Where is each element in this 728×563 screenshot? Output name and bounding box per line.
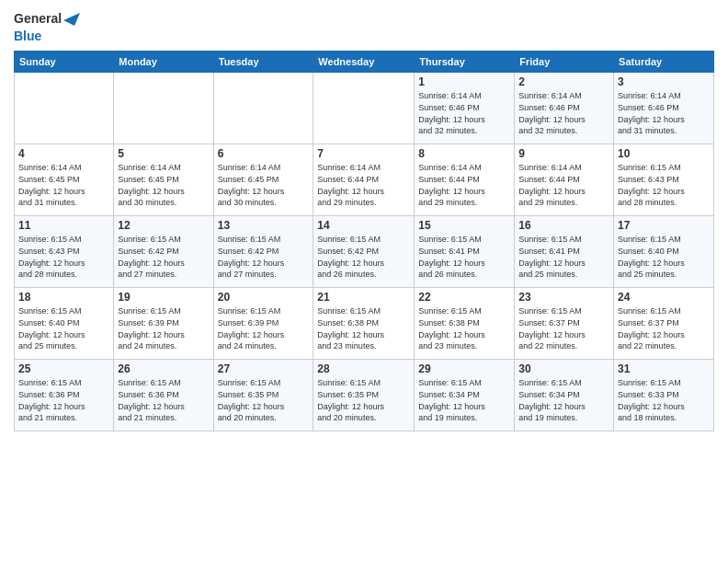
week-row-3: 11Sunrise: 6:15 AM Sunset: 6:43 PM Dayli… [15,216,714,288]
day-number: 24 [618,291,710,304]
day-info: Sunrise: 6:15 AM Sunset: 6:33 PM Dayligh… [618,377,710,423]
header-friday: Friday [515,52,614,73]
cell-week4-day6: 24Sunrise: 6:15 AM Sunset: 6:37 PM Dayli… [614,288,714,360]
day-number: 11 [18,219,109,232]
header-monday: Monday [114,52,213,73]
cell-week5-day3: 28Sunrise: 6:15 AM Sunset: 6:35 PM Dayli… [313,360,415,431]
logo-bird-icon [63,9,80,29]
week-row-1: 1Sunrise: 6:14 AM Sunset: 6:46 PM Daylig… [15,73,714,144]
header-saturday: Saturday [614,52,714,73]
cell-week5-day5: 30Sunrise: 6:15 AM Sunset: 6:34 PM Dayli… [515,360,614,431]
day-number: 19 [118,291,209,304]
cell-week4-day3: 21Sunrise: 6:15 AM Sunset: 6:38 PM Dayli… [313,288,415,360]
day-info: Sunrise: 6:15 AM Sunset: 6:39 PM Dayligh… [218,305,310,351]
day-number: 5 [118,147,209,160]
day-info: Sunrise: 6:15 AM Sunset: 6:40 PM Dayligh… [18,305,109,351]
cell-week3-day1: 12Sunrise: 6:15 AM Sunset: 6:42 PM Dayli… [114,216,213,288]
header-sunday: Sunday [15,52,114,73]
cell-week2-day0: 4Sunrise: 6:14 AM Sunset: 6:45 PM Daylig… [15,144,114,216]
day-info: Sunrise: 6:14 AM Sunset: 6:45 PM Dayligh… [118,162,209,208]
cell-week4-day1: 19Sunrise: 6:15 AM Sunset: 6:39 PM Dayli… [114,288,213,360]
day-info: Sunrise: 6:15 AM Sunset: 6:36 PM Dayligh… [18,377,109,423]
day-info: Sunrise: 6:15 AM Sunset: 6:43 PM Dayligh… [18,234,109,280]
day-info: Sunrise: 6:15 AM Sunset: 6:34 PM Dayligh… [418,377,510,423]
day-number: 12 [118,219,209,232]
cell-week1-day6: 3Sunrise: 6:14 AM Sunset: 6:46 PM Daylig… [614,73,714,144]
day-info: Sunrise: 6:15 AM Sunset: 6:36 PM Dayligh… [118,377,209,423]
cell-week2-day1: 5Sunrise: 6:14 AM Sunset: 6:45 PM Daylig… [114,144,213,216]
day-info: Sunrise: 6:15 AM Sunset: 6:40 PM Dayligh… [618,234,710,280]
cell-week3-day4: 15Sunrise: 6:15 AM Sunset: 6:41 PM Dayli… [415,216,515,288]
cell-week1-day5: 2Sunrise: 6:14 AM Sunset: 6:46 PM Daylig… [515,73,614,144]
day-info: Sunrise: 6:14 AM Sunset: 6:45 PM Dayligh… [18,162,109,208]
cell-week5-day6: 31Sunrise: 6:15 AM Sunset: 6:33 PM Dayli… [614,360,714,431]
day-info: Sunrise: 6:14 AM Sunset: 6:45 PM Dayligh… [218,162,310,208]
day-number: 14 [317,219,410,232]
day-info: Sunrise: 6:15 AM Sunset: 6:41 PM Dayligh… [418,234,510,280]
week-row-5: 25Sunrise: 6:15 AM Sunset: 6:36 PM Dayli… [15,360,714,431]
day-number: 17 [618,219,710,232]
day-number: 23 [518,291,609,304]
day-info: Sunrise: 6:15 AM Sunset: 6:42 PM Dayligh… [118,234,209,280]
day-number: 4 [18,147,109,160]
cell-week1-day1 [114,73,213,144]
day-info: Sunrise: 6:14 AM Sunset: 6:46 PM Dayligh… [618,90,710,136]
cell-week4-day4: 22Sunrise: 6:15 AM Sunset: 6:38 PM Dayli… [415,288,515,360]
day-info: Sunrise: 6:15 AM Sunset: 6:38 PM Dayligh… [418,305,510,351]
cell-week1-day2 [213,73,313,144]
cell-week2-day2: 6Sunrise: 6:14 AM Sunset: 6:45 PM Daylig… [213,144,313,216]
header-wednesday: Wednesday [313,52,415,73]
svg-marker-0 [63,13,80,26]
day-info: Sunrise: 6:15 AM Sunset: 6:34 PM Dayligh… [518,377,609,423]
cell-week4-day0: 18Sunrise: 6:15 AM Sunset: 6:40 PM Dayli… [15,288,114,360]
cell-week3-day6: 17Sunrise: 6:15 AM Sunset: 6:40 PM Dayli… [614,216,714,288]
day-info: Sunrise: 6:15 AM Sunset: 6:37 PM Dayligh… [518,305,609,351]
cell-week5-day2: 27Sunrise: 6:15 AM Sunset: 6:35 PM Dayli… [213,360,313,431]
header-row: SundayMondayTuesdayWednesdayThursdayFrid… [15,52,714,73]
cell-week5-day4: 29Sunrise: 6:15 AM Sunset: 6:34 PM Dayli… [415,360,515,431]
day-number: 30 [518,362,609,375]
day-number: 10 [618,147,710,160]
day-number: 20 [218,291,310,304]
day-info: Sunrise: 6:15 AM Sunset: 6:35 PM Dayligh… [317,377,410,423]
cell-week4-day5: 23Sunrise: 6:15 AM Sunset: 6:37 PM Dayli… [515,288,614,360]
cell-week2-day4: 8Sunrise: 6:14 AM Sunset: 6:44 PM Daylig… [415,144,515,216]
cell-week3-day5: 16Sunrise: 6:15 AM Sunset: 6:41 PM Dayli… [515,216,614,288]
cell-week2-day6: 10Sunrise: 6:15 AM Sunset: 6:43 PM Dayli… [614,144,714,216]
day-number: 1 [418,75,510,88]
logo-general: General [14,12,62,26]
logo-blue: Blue [14,29,80,43]
page-container: General Blue SundayMondayTuesdayWednesda… [0,0,728,441]
day-info: Sunrise: 6:14 AM Sunset: 6:44 PM Dayligh… [518,162,609,208]
header: General Blue [14,9,714,43]
cell-week2-day3: 7Sunrise: 6:14 AM Sunset: 6:44 PM Daylig… [313,144,415,216]
cell-week1-day3 [313,73,415,144]
day-info: Sunrise: 6:15 AM Sunset: 6:43 PM Dayligh… [618,162,710,208]
cell-week3-day3: 14Sunrise: 6:15 AM Sunset: 6:42 PM Dayli… [313,216,415,288]
day-number: 9 [518,147,609,160]
day-number: 7 [317,147,410,160]
day-number: 6 [218,147,310,160]
cell-week5-day1: 26Sunrise: 6:15 AM Sunset: 6:36 PM Dayli… [114,360,213,431]
day-info: Sunrise: 6:15 AM Sunset: 6:39 PM Dayligh… [118,305,209,351]
day-number: 27 [218,362,310,375]
day-info: Sunrise: 6:14 AM Sunset: 6:44 PM Dayligh… [317,162,410,208]
day-info: Sunrise: 6:14 AM Sunset: 6:44 PM Dayligh… [418,162,510,208]
logo: General Blue [14,9,80,43]
header-tuesday: Tuesday [213,52,313,73]
week-row-4: 18Sunrise: 6:15 AM Sunset: 6:40 PM Dayli… [15,288,714,360]
day-number: 29 [418,362,510,375]
day-info: Sunrise: 6:15 AM Sunset: 6:37 PM Dayligh… [618,305,710,351]
day-number: 13 [218,219,310,232]
day-info: Sunrise: 6:15 AM Sunset: 6:42 PM Dayligh… [317,234,410,280]
day-number: 31 [618,362,710,375]
day-number: 28 [317,362,410,375]
day-number: 2 [518,75,609,88]
day-number: 26 [118,362,209,375]
week-row-2: 4Sunrise: 6:14 AM Sunset: 6:45 PM Daylig… [15,144,714,216]
day-number: 22 [418,291,510,304]
day-number: 8 [418,147,510,160]
day-number: 18 [18,291,109,304]
cell-week1-day4: 1Sunrise: 6:14 AM Sunset: 6:46 PM Daylig… [415,73,515,144]
day-info: Sunrise: 6:14 AM Sunset: 6:46 PM Dayligh… [418,90,510,136]
